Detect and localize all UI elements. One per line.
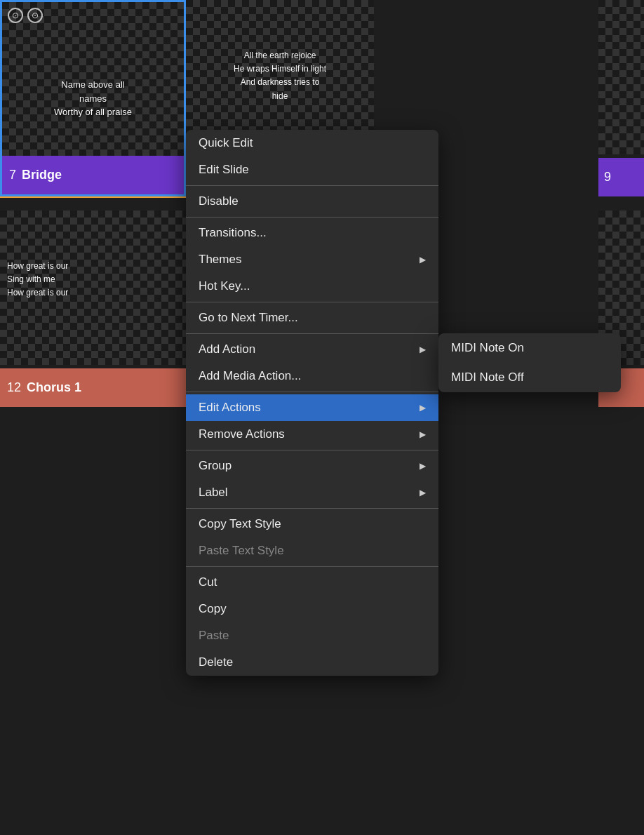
menu-separator-go-to-next-timer xyxy=(186,333,438,334)
menu-item-cut[interactable]: Cut xyxy=(186,569,438,596)
slide-9[interactable]: 9 xyxy=(598,0,644,196)
icon-circle-2 xyxy=(27,8,43,23)
slide-8-text: All the earth rejoice He wraps Himself i… xyxy=(233,49,327,103)
menu-separator-disable xyxy=(186,217,438,218)
context-menu: Quick EditEdit SlideDisableTransitions..… xyxy=(186,130,438,676)
menu-item-label-paste: Paste xyxy=(199,629,229,643)
menu-item-themes[interactable]: Themes▶ xyxy=(186,246,438,273)
menu-item-add-action[interactable]: Add Action▶ xyxy=(186,336,438,363)
submenu-item-midi-note-on[interactable]: MIDI Note On xyxy=(438,333,621,363)
arrow-icon-label: ▶ xyxy=(420,488,426,497)
menu-item-disable[interactable]: Disable xyxy=(186,188,438,215)
menu-separator-label xyxy=(186,508,438,509)
menu-item-copy-text-style[interactable]: Copy Text Style xyxy=(186,511,438,537)
menu-item-label-copy-text-style: Copy Text Style xyxy=(199,517,281,531)
menu-separator-remove-actions xyxy=(186,450,438,450)
menu-item-label-themes: Themes xyxy=(199,253,241,267)
menu-item-delete[interactable]: Delete xyxy=(186,649,438,676)
submenu-item-label-midi-note-off: MIDI Note Off xyxy=(451,370,524,385)
arrow-icon-add-action: ▶ xyxy=(420,345,426,354)
menu-item-label-hot-key: Hot Key... xyxy=(199,279,250,293)
menu-item-label[interactable]: Label▶ xyxy=(186,479,438,506)
icon-circle-1 xyxy=(8,8,23,23)
menu-item-label-edit-slide: Edit Slide xyxy=(199,163,249,177)
menu-separator-hot-key xyxy=(186,302,438,302)
menu-item-go-to-next-timer[interactable]: Go to Next Timer... xyxy=(186,305,438,331)
menu-item-edit-slide[interactable]: Edit Slide xyxy=(186,156,438,183)
menu-item-add-media-action[interactable]: Add Media Action... xyxy=(186,363,438,389)
slide-7-text: Name above all names Worthy of all prais… xyxy=(48,78,139,119)
menu-item-label-go-to-next-timer: Go to Next Timer... xyxy=(199,311,298,325)
arrow-icon-remove-actions: ▶ xyxy=(420,429,426,439)
menu-item-label-delete: Delete xyxy=(199,655,233,669)
slide-7-icons xyxy=(8,8,43,23)
arrow-icon-group: ▶ xyxy=(420,461,426,471)
submenu-midi: MIDI Note OnMIDI Note Off xyxy=(438,333,621,392)
menu-item-label-add-action: Add Action xyxy=(199,342,255,356)
menu-item-copy[interactable]: Copy xyxy=(186,596,438,622)
slide-7[interactable]: Name above all names Worthy of all prais… xyxy=(0,0,186,196)
menu-item-hot-key[interactable]: Hot Key... xyxy=(186,273,438,300)
menu-item-label-quick-edit: Quick Edit xyxy=(199,136,253,150)
menu-item-transitions[interactable]: Transitions... xyxy=(186,220,438,246)
menu-item-paste: Paste xyxy=(186,622,438,649)
menu-item-group[interactable]: Group▶ xyxy=(186,453,438,479)
slide-7-label: 7 Bridge xyxy=(2,156,184,194)
menu-separator-edit-slide xyxy=(186,185,438,186)
menu-item-label-disable: Disable xyxy=(199,194,239,208)
menu-item-label-group: Group xyxy=(199,459,232,473)
menu-separator-add-media-action xyxy=(186,392,438,392)
menu-separator-paste-text-style xyxy=(186,566,438,567)
menu-item-label-cut: Cut xyxy=(199,575,217,589)
submenu-item-midi-note-off[interactable]: MIDI Note Off xyxy=(438,363,621,392)
slide-9-background xyxy=(598,0,644,154)
menu-item-label-label: Label xyxy=(199,486,228,500)
menu-item-label-add-media-action: Add Media Action... xyxy=(199,369,301,383)
submenu-item-label-midi-note-on: MIDI Note On xyxy=(451,341,524,355)
slide-12-text: How great is our Sing with me How great … xyxy=(7,260,68,300)
menu-item-remove-actions[interactable]: Remove Actions▶ xyxy=(186,421,438,448)
slide-12-label: 12 Chorus 1 xyxy=(0,368,186,407)
arrow-icon-themes: ▶ xyxy=(420,255,426,265)
menu-item-label-copy: Copy xyxy=(199,602,227,616)
menu-item-edit-actions[interactable]: Edit Actions▶ xyxy=(186,394,438,421)
menu-item-quick-edit[interactable]: Quick Edit xyxy=(186,130,438,156)
slide-9-label: 9 xyxy=(598,158,644,196)
menu-item-label-paste-text-style: Paste Text Style xyxy=(199,544,284,558)
menu-item-label-edit-actions: Edit Actions xyxy=(199,401,261,415)
arrow-icon-edit-actions: ▶ xyxy=(420,403,426,413)
slide-12[interactable]: How great is our Sing with me How great … xyxy=(0,211,186,407)
menu-item-label-remove-actions: Remove Actions xyxy=(199,427,285,441)
menu-item-label-transitions: Transitions... xyxy=(199,226,267,240)
menu-item-paste-text-style: Paste Text Style xyxy=(186,537,438,564)
